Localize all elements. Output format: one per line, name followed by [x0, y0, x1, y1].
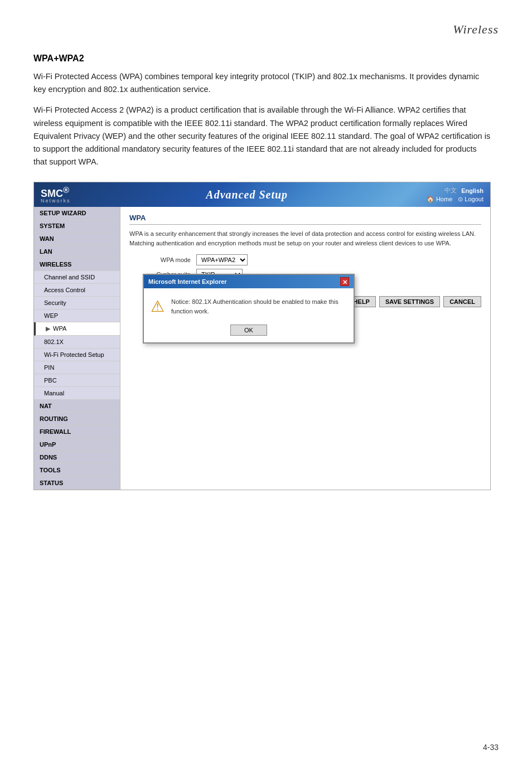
sidebar-item-wan[interactable]: WAN	[34, 233, 120, 245]
sidebar-item-802-1x[interactable]: 802.1X	[34, 336, 120, 349]
sidebar-item-wifi-protected-setup[interactable]: Wi-Fi Protected Setup	[34, 349, 120, 361]
paragraph-1: Wi-Fi Protected Access (WPA) combines te…	[33, 70, 491, 96]
lang-en-link[interactable]: English	[461, 187, 483, 194]
router-frame: SMC® Networks Advanced Setup 中文 English …	[33, 182, 491, 490]
router-header: SMC® Networks Advanced Setup 中文 English …	[34, 182, 490, 207]
router-page-title: Advanced Setup	[206, 188, 288, 201]
sidebar-item-firewall[interactable]: FIREWALL	[34, 425, 120, 438]
sidebar-item-access-control[interactable]: Access Control	[34, 284, 120, 297]
wpa-mode-label: WPA mode	[129, 257, 196, 263]
logout-link[interactable]: ⊙ Logout	[458, 196, 483, 203]
main-content: WPA WPA is a security enhancement that s…	[120, 207, 490, 490]
sidebar-item-setup-wizard[interactable]: SETUP WIZARD	[34, 207, 120, 220]
active-arrow-icon: ▶	[46, 325, 50, 332]
warning-icon: ⚠	[151, 297, 165, 316]
wpa-mode-row: WPA mode WPA only WPA2 only WPA+WPA2	[129, 254, 481, 265]
cancel-button[interactable]: CANCEL	[443, 296, 481, 307]
sidebar-item-wireless[interactable]: WIRELESS	[34, 258, 120, 271]
header-nav: 中文 English 🏠 Home ⊙ Logout	[423, 186, 483, 203]
ie-dialog: Microsoft Internet Explorer ✕ ⚠ Notice: …	[143, 274, 355, 344]
dialog-titlebar: Microsoft Internet Explorer ✕	[144, 275, 354, 288]
sidebar-item-security[interactable]: Security	[34, 297, 120, 309]
page-number: 4-33	[483, 743, 499, 752]
router-body: SETUP WIZARD SYSTEM WAN LAN WIRELESS Cha…	[34, 207, 490, 490]
lang-cn-link[interactable]: 中文	[444, 186, 457, 195]
sidebar-item-pbc[interactable]: PBC	[34, 374, 120, 387]
sidebar-item-pin[interactable]: PIN	[34, 361, 120, 374]
sidebar-item-tools[interactable]: TOOLS	[34, 464, 120, 477]
wpa-mode-select[interactable]: WPA only WPA2 only WPA+WPA2	[196, 254, 248, 265]
dialog-close-button[interactable]: ✕	[340, 277, 349, 286]
sidebar-item-wep[interactable]: WEP	[34, 309, 120, 322]
sidebar-item-manual[interactable]: Manual	[34, 387, 120, 400]
sidebar-item-channel-ssid[interactable]: Channel and SSID	[34, 271, 120, 284]
dialog-message-text: Notice: 802.1X Authentication should be …	[171, 297, 347, 316]
page-title-text: Wireless	[453, 22, 499, 36]
sidebar-item-upnp[interactable]: UPnP	[34, 438, 120, 451]
home-link[interactable]: 🏠 Home	[427, 196, 452, 203]
dialog-ok-button[interactable]: OK	[230, 325, 267, 336]
sidebar-item-ddns[interactable]: DDNS	[34, 451, 120, 464]
dialog-body: ⚠ Notice: 802.1X Authentication should b…	[144, 288, 354, 325]
section-heading: WPA+WPA2	[33, 54, 491, 64]
save-settings-button[interactable]: SAVE SETTINGS	[379, 296, 440, 307]
sidebar-item-nat[interactable]: NAT	[34, 400, 120, 413]
sidebar: SETUP WIZARD SYSTEM WAN LAN WIRELESS Cha…	[34, 207, 120, 490]
paragraph-2: Wi-Fi Protected Access 2 (WPA2) is a pro…	[33, 104, 491, 168]
wpa-description: WPA is a security enhancement that stron…	[129, 229, 481, 248]
wpa-section-title: WPA	[129, 214, 481, 225]
lang-nav: 中文 English	[444, 186, 483, 195]
sidebar-item-routing[interactable]: ROUTING	[34, 413, 120, 425]
home-logout-nav: 🏠 Home ⊙ Logout	[423, 196, 483, 203]
sidebar-item-system[interactable]: SYSTEM	[34, 220, 120, 233]
sidebar-item-status[interactable]: STATUS	[34, 477, 120, 490]
content-section: WPA+WPA2 Wi-Fi Protected Access (WPA) co…	[33, 54, 491, 168]
sidebar-item-wpa[interactable]: ▶ WPA	[34, 322, 120, 336]
page-title: Wireless	[33, 22, 499, 37]
dialog-buttons: OK	[144, 325, 354, 342]
sidebar-item-lan[interactable]: LAN	[34, 245, 120, 258]
dialog-title-text: Microsoft Internet Explorer	[148, 278, 227, 285]
smc-logo: SMC® Networks	[41, 186, 71, 204]
